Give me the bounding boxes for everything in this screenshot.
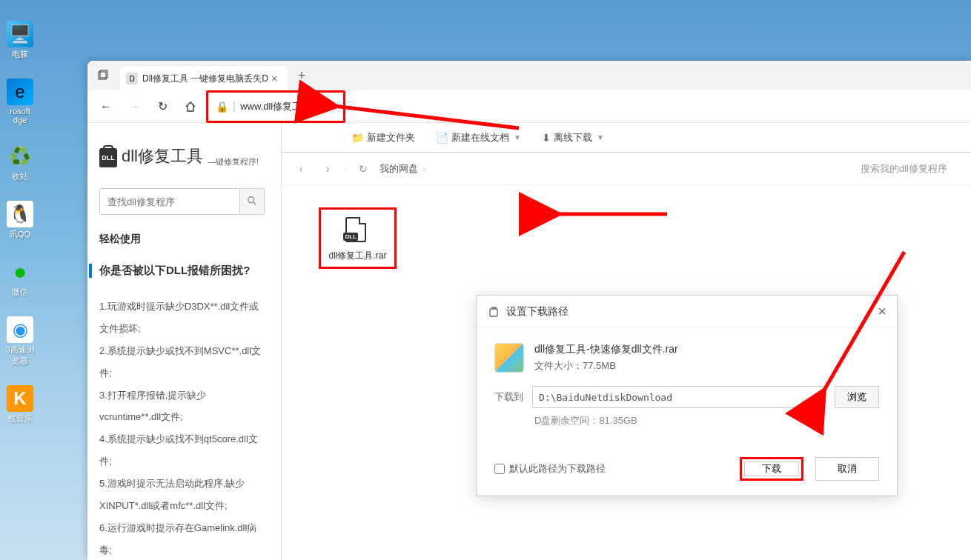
dialog-header: 设置下载路径 × xyxy=(477,296,897,328)
lock-icon: 🔒 xyxy=(216,101,228,113)
search-input[interactable] xyxy=(100,189,239,214)
wechat-icon: ● xyxy=(7,259,33,285)
cloud-forward-button[interactable]: › xyxy=(317,159,338,179)
desktop-icon-wechat[interactable]: ● 微信 xyxy=(1,259,39,298)
recycle-icon: ♻️ xyxy=(7,143,33,170)
desktop-icon-edge[interactable]: e rosoft dge xyxy=(1,79,39,124)
desktop-icon-pc[interactable]: 🖥️ 电脑 xyxy=(1,21,39,60)
url-text: www.dll修复工具.site xyxy=(240,100,329,113)
tab-title: Dll修复工具 一键修复电脑丢失D xyxy=(142,73,268,85)
toolbar-offline-download[interactable]: ⬇ 离线下载 ▼ xyxy=(542,131,604,144)
desktop-icon-recycle[interactable]: ♻️ 收站 xyxy=(1,143,39,182)
file-grid: DLL dll修复工具.rar xyxy=(282,185,971,291)
download-file-name: dll修复工具-快速修复dll文件.rar xyxy=(534,343,678,356)
download-file-size: 文件大小：77.5MB xyxy=(534,359,678,373)
svg-point-2 xyxy=(248,196,254,202)
download-icon: ⬇ xyxy=(542,132,551,144)
desktop-icon-qq[interactable]: 🐧 讯QQ xyxy=(1,201,39,240)
site-sidebar: DLL dll修复工具 —键修复程序! 轻松使用 你是否被以下DLL报错所困扰?… xyxy=(87,123,282,560)
archive-icon xyxy=(494,343,524,373)
qq-icon: 🐧 xyxy=(7,201,33,227)
toolbar-new-folder[interactable]: 📁 新建文件夹 xyxy=(351,131,415,144)
address-bar: ← → ↻ 🔒 | www.dll修复工具.site xyxy=(87,90,971,123)
site-logo: DLL dll修复工具 —键修复程序! xyxy=(99,145,265,167)
url-box[interactable]: 🔒 | www.dll修复工具.site xyxy=(210,96,337,118)
music-icon: K xyxy=(7,385,33,412)
cloud-breadcrumb-bar: ‹ › · ↻ 我的网盘 › 搜索我的dll修复程序 xyxy=(282,153,971,185)
section-easy-use: 轻松使用 xyxy=(99,233,265,246)
desktop-icon-music[interactable]: K 线音乐 xyxy=(1,385,39,424)
browser-tab[interactable]: D Dll修复工具 一键修复电脑丢失D × xyxy=(120,67,288,90)
dialog-icon xyxy=(487,305,500,319)
browser-icon: ◉ xyxy=(7,316,33,343)
logo-icon: DLL xyxy=(99,148,117,167)
desktop-icon-browser[interactable]: ◉ 9高速浏 览器 xyxy=(1,316,39,367)
doc-icon: 📄 xyxy=(436,132,448,144)
toolbar-new-doc[interactable]: 📄 新建在线文档 ▼ xyxy=(436,131,521,144)
file-name: dll修复工具.rar xyxy=(328,250,386,262)
breadcrumb[interactable]: 我的网盘 › xyxy=(380,162,425,176)
file-item[interactable]: DLL dll修复工具.rar xyxy=(328,217,386,262)
download-button[interactable]: 下载 xyxy=(744,461,799,476)
file-item-highlight-box: DLL dll修复工具.rar xyxy=(319,207,397,269)
download-dialog: 设置下载路径 × dll修复工具-快速修复dll文件.rar 文件大小：77.5… xyxy=(476,295,898,496)
cancel-button[interactable]: 取消 xyxy=(815,457,879,481)
browser-window: D Dll修复工具 一键修复电脑丢失D × + ← → ↻ 🔒 | www.dl… xyxy=(87,61,971,560)
faq-heading: 你是否被以下DLL报错所困扰? xyxy=(89,264,265,278)
pc-icon: 🖥️ xyxy=(7,21,33,47)
chevron-down-icon: ▼ xyxy=(597,133,604,141)
new-tab-button[interactable]: + xyxy=(291,64,313,87)
tab-close-button[interactable]: × xyxy=(268,73,280,84)
svg-line-3 xyxy=(253,201,256,204)
home-icon xyxy=(185,101,196,113)
download-to-label: 下载到 xyxy=(494,390,523,404)
cloud-panel: ⬆ 上传 📁 新建文件夹 📄 新建在线文档 ▼ ⬇ 离线下载 ▼ xyxy=(282,123,971,560)
chevron-right-icon: › xyxy=(422,164,425,173)
dialog-close-button[interactable]: × xyxy=(878,303,887,320)
site-search xyxy=(99,188,265,215)
logo-subtitle: —键修复程序! xyxy=(208,156,259,167)
tab-actions-icon xyxy=(97,70,109,81)
dialog-body: dll修复工具-快速修复dll文件.rar 文件大小：77.5MB 下载到 浏览… xyxy=(477,328,897,457)
folder-plus-icon: 📁 xyxy=(351,132,364,144)
cloud-search-placeholder[interactable]: 搜索我的dll修复程序 xyxy=(861,162,962,176)
nav-home-button[interactable] xyxy=(178,94,203,119)
favicon-icon: D xyxy=(126,73,138,84)
nav-refresh-button[interactable]: ↻ xyxy=(150,94,175,119)
download-path-input[interactable] xyxy=(532,386,826,408)
checkbox-input[interactable] xyxy=(494,464,505,474)
disk-remaining: D盘剩余空间：81.35GB xyxy=(534,414,879,427)
search-icon xyxy=(247,196,257,206)
logo-text: dll修复工具 xyxy=(122,145,203,167)
nav-back-button[interactable]: ← xyxy=(93,94,119,119)
chevron-down-icon: ▼ xyxy=(514,133,521,141)
dialog-footer: 默认此路径为下载路径 下载 取消 xyxy=(477,457,897,496)
tab-actions-button[interactable] xyxy=(92,64,114,87)
default-path-checkbox[interactable]: 默认此路径为下载路径 xyxy=(494,462,606,476)
cloud-refresh-button[interactable]: ↻ xyxy=(353,159,374,179)
tab-bar: D Dll修复工具 一键修复电脑丢失D × + xyxy=(87,61,971,90)
url-highlight-box: 🔒 | www.dll修复工具.site xyxy=(206,90,345,123)
dll-file-icon: DLL xyxy=(345,217,369,244)
cloud-toolbar: ⬆ 上传 📁 新建文件夹 📄 新建在线文档 ▼ ⬇ 离线下载 ▼ xyxy=(282,123,971,153)
desktop: 🖥️ 电脑 e rosoft dge ♻️ 收站 🐧 讯QQ ● 微信 ◉ 9高… xyxy=(0,0,89,560)
nav-forward-button[interactable]: → xyxy=(122,94,147,119)
edge-icon: e xyxy=(7,79,33,105)
svg-rect-4 xyxy=(490,309,497,316)
page-content: DLL dll修复工具 —键修复程序! 轻松使用 你是否被以下DLL报错所困扰?… xyxy=(87,123,971,560)
cloud-back-button[interactable]: ‹ xyxy=(291,159,311,179)
dialog-title: 设置下载路径 xyxy=(506,305,569,319)
download-button-highlight: 下载 xyxy=(740,457,803,481)
search-button[interactable] xyxy=(239,189,264,214)
browse-button[interactable]: 浏览 xyxy=(835,386,879,408)
faq-body: 1.玩游戏时提示缺少D3DX**.dll文件或文件损坏; 2.系统提示缺少或找不… xyxy=(99,296,265,560)
